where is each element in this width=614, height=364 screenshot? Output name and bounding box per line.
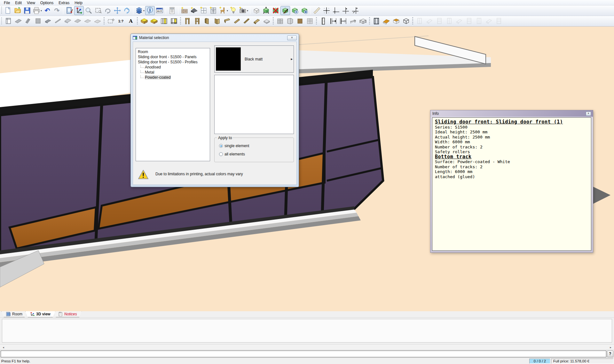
tool-rotate-view-button[interactable]: [122, 6, 132, 15]
tool-save-file-button[interactable]: [22, 6, 32, 15]
swatch-next-arrow-icon[interactable]: ▸: [291, 57, 293, 61]
menu-item-extras[interactable]: Extras: [56, 0, 72, 5]
tool-zoom-button[interactable]: [84, 6, 93, 15]
tool-cabinet-button[interactable]: [209, 6, 218, 15]
tool-board-tilt-2-button[interactable]: [73, 17, 83, 26]
tool-layers-button[interactable]: ▾: [135, 6, 145, 15]
tool-dxf-view-button[interactable]: dx2I: [155, 6, 164, 15]
tab-room[interactable]: Room: [1, 311, 27, 317]
tool-shelf-tilt-1-button[interactable]: [13, 17, 23, 26]
tool-lighting-button[interactable]: [229, 6, 238, 15]
tool-free-element-button[interactable]: [106, 17, 116, 26]
radio-icon[interactable]: [219, 152, 223, 156]
tool-snap-corner-button[interactable]: [331, 6, 341, 15]
tool-roof-button[interactable]: [189, 6, 199, 15]
tree-item[interactable]: Sliding door front - S1500 - Profiles: [136, 59, 210, 65]
tool-sliding-door-2-button[interactable]: [338, 17, 348, 26]
tool-panel-slant-1-button[interactable]: [232, 17, 242, 26]
tool-carcass-double-button[interactable]: [192, 17, 202, 26]
dropdown-caret-icon[interactable]: ▾: [143, 9, 145, 12]
tool-scale-ratio-button[interactable]: 1:?: [116, 17, 126, 26]
tool-furnishing-button[interactable]: ▾: [218, 6, 229, 15]
radio-single-element[interactable]: single element: [219, 144, 249, 148]
tool-shelf-grid-button[interactable]: [305, 17, 315, 26]
horizontal-scrollbar[interactable]: ◂ ▸: [0, 344, 614, 350]
tool-animation-stop-button[interactable]: [300, 6, 309, 15]
tool-panel-yellow-1-button[interactable]: [139, 17, 149, 26]
tool-tray-button[interactable]: [262, 17, 272, 26]
tool-panel-grey-button[interactable]: [43, 17, 53, 26]
dialog-title-bar[interactable]: Material selection ×: [131, 34, 299, 42]
tree-item[interactable]: Room: [136, 49, 210, 54]
tool-panel-slant-2-button[interactable]: [242, 17, 252, 26]
menu-item-help[interactable]: Help: [72, 0, 85, 5]
tool-print-button[interactable]: ▾: [32, 6, 43, 15]
radio-icon[interactable]: [219, 144, 223, 148]
tool-board-tilt-1-button[interactable]: [63, 17, 73, 26]
menu-item-edit[interactable]: Edit: [12, 0, 24, 5]
tool-shelf-rack-button[interactable]: [33, 17, 43, 26]
toolbar-grip[interactable]: [1, 17, 2, 25]
tool-wall-button[interactable]: [180, 6, 189, 15]
tool-portal-frame-button[interactable]: [371, 17, 381, 26]
tool-sliding-door-1-button[interactable]: [328, 17, 338, 26]
menu-item-file[interactable]: File: [1, 0, 12, 5]
tool-section-view-button[interactable]: [252, 6, 261, 15]
tree-item[interactable]: Anodised: [136, 65, 210, 70]
tool-parts-list-button[interactable]: [167, 6, 177, 15]
tool-panel-slant-3-button[interactable]: [252, 17, 262, 26]
tool-text-label-button[interactable]: A: [126, 17, 136, 26]
tool-undo-button[interactable]: ↶: [43, 6, 52, 15]
tool-door-corner-button[interactable]: [212, 17, 222, 26]
menu-item-options[interactable]: Options: [38, 0, 56, 5]
tool-window-button[interactable]: [199, 6, 209, 15]
tool-material-button[interactable]: [280, 6, 290, 15]
tree-item[interactable]: Powder-coated: [136, 75, 210, 80]
info-close-button[interactable]: ×: [586, 112, 591, 116]
tool-open-carcass-button[interactable]: [3, 17, 13, 26]
tool-open-file-button[interactable]: [13, 6, 22, 15]
tool-panel-yellow-2-button[interactable]: [149, 17, 159, 26]
tree-item[interactable]: Sliding door front - S1500 - Panels: [136, 54, 210, 59]
tool-photo-button[interactable]: ▾: [238, 6, 249, 15]
tool-board-flat-1-button[interactable]: [83, 17, 92, 26]
command-input[interactable]: [1, 351, 606, 357]
tool-wire-box-button[interactable]: [401, 17, 411, 26]
tool-carcass-tall-button[interactable]: [182, 17, 192, 26]
tree-item[interactable]: Metal: [136, 70, 210, 75]
material-swatch[interactable]: [216, 47, 241, 71]
tool-select-3d-button[interactable]: [74, 6, 84, 15]
tab-3d-view[interactable]: 3D view: [25, 311, 55, 317]
tool-bench-button[interactable]: [348, 17, 358, 26]
tool-element-info-button[interactable]: i: [145, 6, 155, 15]
tool-scale-element-button[interactable]: [261, 6, 271, 15]
tool-corner-unit-button[interactable]: [285, 17, 295, 26]
tool-wedge-panel-button[interactable]: [381, 17, 391, 26]
tool-shelf-tilt-2-button[interactable]: [23, 17, 33, 26]
tool-rail-button[interactable]: [53, 17, 63, 26]
tool-door-tall-button[interactable]: [318, 17, 328, 26]
info-title-bar[interactable]: Info ×: [430, 110, 593, 117]
tool-flap-door-button[interactable]: [222, 17, 232, 26]
tool-zoom-previous-button[interactable]: [103, 6, 113, 15]
tool-redo-button[interactable]: ↷: [52, 6, 62, 15]
tool-touch-input-button[interactable]: [65, 6, 74, 15]
dropdown-caret-icon[interactable]: ▾: [247, 9, 248, 12]
material-tree[interactable]: RoomSliding door front - S1500 - PanelsS…: [136, 48, 210, 161]
tool-animation-start-button[interactable]: [290, 6, 300, 15]
tool-zoom-region-button[interactable]: [93, 6, 103, 15]
tool-snap-point-button[interactable]: [350, 6, 360, 15]
menu-item-view[interactable]: View: [24, 0, 38, 5]
tool-snap-grid-button[interactable]: [322, 6, 331, 15]
tool-delete-element-button[interactable]: [271, 6, 280, 15]
tool-pan-button[interactable]: [113, 6, 122, 15]
tool-board-flat-2-button[interactable]: [92, 17, 102, 26]
dialog-close-button[interactable]: ×: [287, 36, 297, 40]
tool-snap-edge-button[interactable]: [341, 6, 350, 15]
dropdown-caret-icon[interactable]: ▾: [41, 9, 42, 12]
tool-chest-button[interactable]: [358, 17, 368, 26]
tab-notices[interactable]: Notices: [53, 311, 82, 317]
radio-all-elements[interactable]: all elements: [219, 152, 245, 156]
dropdown-caret-icon[interactable]: ▾: [227, 9, 228, 12]
tool-door-hinged-button[interactable]: [202, 17, 212, 26]
